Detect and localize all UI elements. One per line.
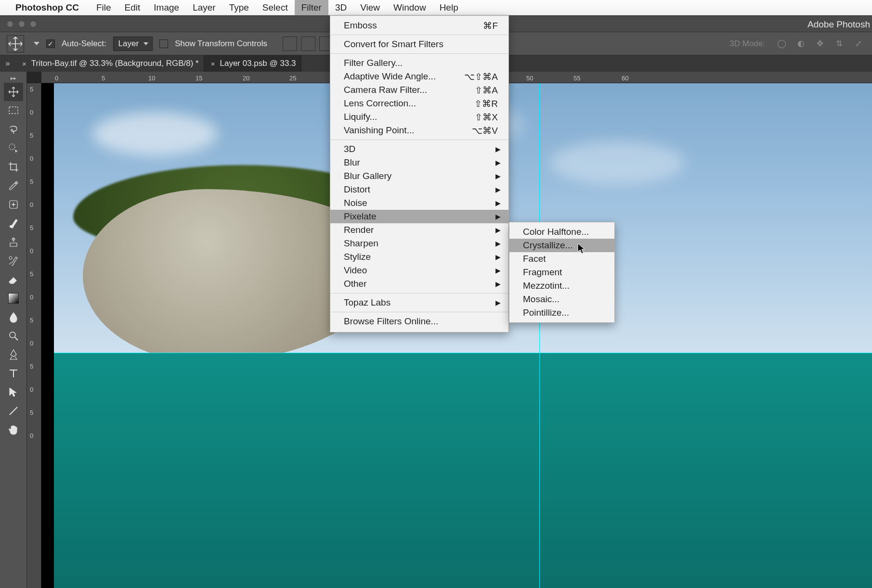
ruler-tick: 5: [30, 224, 33, 231]
menu-item-label: Stylize: [344, 252, 371, 262]
type-tool[interactable]: [4, 364, 23, 383]
menu-edit[interactable]: Edit: [118, 0, 147, 15]
ruler-tick: 5: [102, 75, 105, 82]
horizontal-guide[interactable]: [54, 353, 872, 353]
ruler-tick: 0: [30, 201, 33, 208]
filter-menu-item[interactable]: Distort▶: [330, 183, 508, 196]
pan-3d-icon[interactable]: ✥: [813, 37, 827, 51]
filter-menu-item[interactable]: Render▶: [330, 223, 508, 237]
brush-tool[interactable]: [4, 214, 23, 232]
lasso-tool[interactable]: [4, 120, 23, 139]
menu-item-label: Vanishing Point...: [344, 125, 414, 136]
ruler-tick: 5: [30, 178, 33, 185]
filter-menu-item[interactable]: Video▶: [330, 264, 508, 277]
submenu-arrow-icon: ▶: [495, 213, 501, 220]
filter-menu-item[interactable]: Camera Raw Filter...⇧⌘A: [330, 83, 508, 97]
dodge-tool[interactable]: [4, 327, 23, 345]
minimize-window-button[interactable]: [18, 21, 25, 27]
auto-select-checkbox[interactable]: ✓: [46, 39, 55, 48]
filter-menu-item[interactable]: Filter Gallery...: [330, 56, 508, 70]
expand-toolbox-icon[interactable]: ▸▸: [0, 74, 26, 82]
menu-help[interactable]: Help: [433, 0, 465, 15]
filter-menu-item[interactable]: Adaptive Wide Angle...⌥⇧⌘A: [330, 70, 508, 83]
menu-item-label: Video: [344, 265, 367, 276]
show-transform-checkbox[interactable]: [159, 39, 168, 48]
document-tab-label: Triton-Bay.tif @ 33.3% (Background, RGB/…: [31, 59, 199, 68]
pixelate-submenu-item[interactable]: Mosaic...: [509, 293, 614, 306]
close-window-button[interactable]: [7, 21, 13, 27]
filter-menu-item[interactable]: Other▶: [330, 277, 508, 291]
rect-marquee-tool[interactable]: [4, 102, 23, 120]
eyedropper-tool[interactable]: [4, 177, 23, 195]
menu-view[interactable]: View: [353, 0, 387, 15]
filter-menu-item[interactable]: Browse Filters Online...: [330, 315, 508, 328]
app-name[interactable]: Photoshop CC: [15, 2, 79, 13]
path-select-tool[interactable]: [4, 383, 23, 401]
align-center-h-button[interactable]: [301, 37, 315, 51]
heal-tool[interactable]: [4, 195, 23, 214]
pixelate-submenu-item[interactable]: Mezzotint...: [509, 279, 614, 293]
zoom-window-button[interactable]: [30, 21, 37, 27]
filter-menu-item[interactable]: Noise▶: [330, 196, 508, 210]
expand-tabs-icon[interactable]: »: [0, 55, 15, 72]
filter-menu-item[interactable]: Stylize▶: [330, 250, 508, 264]
menu-file[interactable]: File: [90, 0, 118, 15]
pixelate-submenu-item[interactable]: Color Halftone...: [509, 225, 614, 239]
hand-tool[interactable]: [4, 421, 23, 439]
scale-3d-icon[interactable]: ⤢: [852, 37, 865, 51]
menu-type[interactable]: Type: [222, 0, 256, 15]
pixelate-submenu-item[interactable]: Fragment: [509, 266, 614, 279]
vertical-guide[interactable]: [539, 83, 540, 588]
move-tool[interactable]: [4, 83, 23, 101]
filter-menu-item[interactable]: Pixelate▶: [330, 210, 508, 223]
close-tab-icon[interactable]: ×: [22, 60, 26, 68]
menu-item-label: 3D: [344, 144, 355, 154]
filter-menu-item[interactable]: Lens Correction...⇧⌘R: [330, 97, 508, 110]
menu-select[interactable]: Select: [256, 0, 295, 15]
clone-stamp-tool[interactable]: [4, 233, 23, 251]
pixelate-submenu-item[interactable]: Facet: [509, 252, 614, 266]
menu-3d[interactable]: 3D: [328, 0, 353, 15]
menu-separator: [330, 312, 508, 312]
filter-menu-item[interactable]: Liquify...⇧⌘X: [330, 110, 508, 124]
document-tab[interactable]: ×Layer 03.psb @ 33.3: [204, 55, 301, 72]
pixelate-submenu-item[interactable]: Crystallize...: [509, 239, 614, 252]
menu-window[interactable]: Window: [387, 0, 433, 15]
gradient-tool[interactable]: [4, 289, 23, 307]
menu-item-label: Facet: [523, 254, 546, 264]
pixelate-submenu-item[interactable]: Pointillize...: [509, 306, 614, 320]
ruler-tick: 50: [526, 75, 533, 82]
menu-item-label: Pointillize...: [523, 307, 569, 318]
slide-3d-icon[interactable]: ⇅: [833, 37, 846, 51]
menu-image[interactable]: Image: [147, 0, 186, 15]
align-left-button[interactable]: [283, 37, 297, 51]
pen-tool[interactable]: [4, 345, 23, 364]
filter-menu-item[interactable]: Sharpen▶: [330, 237, 508, 250]
orbit-3d-icon[interactable]: ◯: [775, 37, 788, 51]
menu-layer[interactable]: Layer: [186, 0, 222, 15]
menu-separator: [330, 53, 508, 54]
filter-menu-item[interactable]: 3D▶: [330, 142, 508, 156]
filter-menu-item[interactable]: Blur Gallery▶: [330, 169, 508, 183]
auto-select-target-select[interactable]: Layer: [113, 37, 153, 51]
close-tab-icon[interactable]: ×: [211, 60, 215, 68]
document-tab[interactable]: ×Triton-Bay.tif @ 33.3% (Background, RGB…: [15, 55, 204, 72]
quick-select-tool[interactable]: [4, 139, 23, 157]
filter-menu-item[interactable]: Vanishing Point...⌥⌘V: [330, 124, 508, 137]
crop-tool[interactable]: [4, 158, 23, 176]
history-brush-tool[interactable]: [4, 252, 23, 270]
eraser-tool[interactable]: [4, 270, 23, 289]
chevron-down-icon[interactable]: [34, 42, 39, 45]
roll-3d-icon[interactable]: ◐: [794, 37, 807, 51]
filter-menu-item[interactable]: Convert for Smart Filters: [330, 38, 508, 51]
line-tool[interactable]: [4, 402, 23, 420]
blur-tool[interactable]: [4, 308, 23, 326]
menu-filter[interactable]: Filter: [295, 0, 328, 15]
tool-preset-picker[interactable]: [7, 35, 24, 52]
filter-menu-item[interactable]: Emboss⌘F: [330, 19, 508, 32]
vertical-ruler[interactable]: 5050505050505050: [27, 83, 41, 588]
filter-menu-item[interactable]: Blur▶: [330, 156, 508, 169]
filter-menu-item[interactable]: Topaz Labs▶: [330, 296, 508, 309]
ruler-tick: 0: [30, 109, 33, 116]
menu-item-label: Sharpen: [344, 238, 378, 249]
